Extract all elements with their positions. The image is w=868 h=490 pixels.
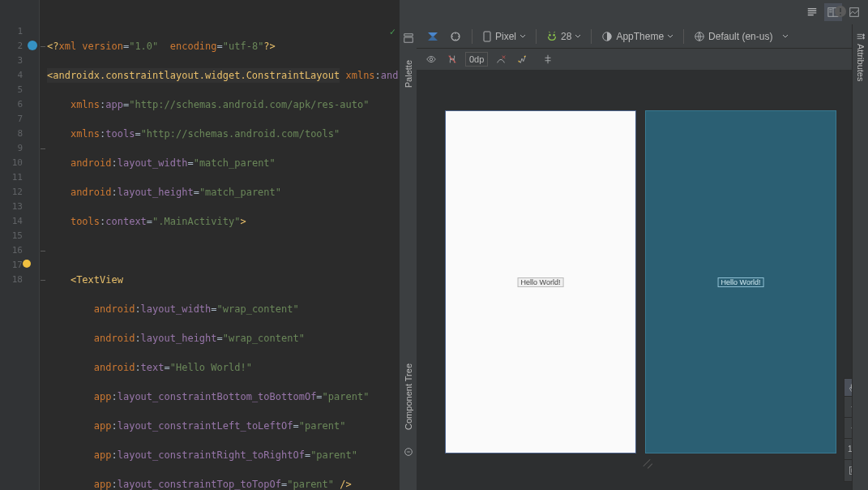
line-number: 14 bbox=[0, 214, 39, 229]
theme-dropdown[interactable]: AppTheme bbox=[598, 31, 677, 42]
line-number: 11 bbox=[0, 170, 39, 185]
svg-point-11 bbox=[430, 58, 433, 61]
attributes-toggle-icon[interactable] bbox=[855, 31, 866, 44]
palette-strip: Palette Component Tree bbox=[399, 0, 417, 490]
blueprint-preview[interactable]: Hello World! bbox=[645, 110, 836, 453]
gutter-mark-icon bbox=[28, 41, 37, 50]
svg-point-6 bbox=[553, 33, 555, 36]
xml-editor-pane: 1 2 3 4 5 6 7 8 9 10 11 12 13 14 15 16 1… bbox=[0, 0, 399, 490]
svg-point-12 bbox=[524, 56, 526, 58]
fold-toggle[interactable] bbox=[40, 39, 45, 54]
inspection-ok-icon: ✓ bbox=[390, 24, 396, 39]
locale-name: Default (en-us) bbox=[708, 31, 772, 42]
design-view-button[interactable] bbox=[845, 3, 863, 21]
fold-column bbox=[39, 0, 45, 490]
resize-handle-icon[interactable] bbox=[642, 458, 655, 471]
attributes-label[interactable]: Attributes bbox=[856, 44, 866, 81]
line-number: 15 bbox=[0, 229, 39, 243]
fold-toggle[interactable] bbox=[40, 273, 45, 287]
locale-dropdown[interactable]: Default (en-us) bbox=[691, 31, 792, 42]
line-number: 1 bbox=[0, 24, 39, 39]
blueprint-text[interactable]: Hello World! bbox=[718, 277, 764, 287]
line-number: 17 bbox=[0, 258, 39, 273]
warnings-icon[interactable] bbox=[834, 5, 847, 18]
design-config-toolbar: Pixel 28 AppTheme Default (en-us) bbox=[417, 24, 868, 49]
orientation-dropdown[interactable] bbox=[446, 27, 465, 46]
theme-name: AppTheme bbox=[616, 31, 664, 42]
line-number: 10 bbox=[0, 156, 39, 170]
component-tree-label[interactable]: Component Tree bbox=[404, 363, 413, 430]
code-view-button[interactable] bbox=[803, 3, 821, 21]
attributes-strip: Attributes bbox=[852, 24, 868, 490]
restore-palette-icon[interactable] bbox=[403, 32, 414, 44]
preview-text[interactable]: Hello World! bbox=[518, 277, 564, 287]
line-number: 7 bbox=[0, 112, 39, 127]
api-dropdown[interactable]: 28 bbox=[543, 31, 584, 42]
svg-point-16 bbox=[862, 34, 865, 37]
line-number: 18 bbox=[0, 273, 39, 287]
fold-toggle[interactable] bbox=[40, 243, 45, 258]
default-margin-value: 0dp bbox=[469, 54, 484, 64]
line-number: 5 bbox=[0, 83, 39, 97]
api-level: 28 bbox=[561, 31, 571, 42]
guidelines-dropdown[interactable] bbox=[540, 51, 556, 67]
default-margin-dropdown[interactable]: 0dp bbox=[465, 52, 488, 67]
toggle-autoconnect-button[interactable] bbox=[444, 51, 460, 67]
line-number: 13 bbox=[0, 200, 39, 214]
line-number: 16 bbox=[0, 243, 39, 258]
line-number: 4 bbox=[0, 68, 39, 83]
design-surface[interactable]: Hello World! Hello World! + − 1:1 bbox=[417, 70, 868, 490]
hide-window-icon[interactable] bbox=[403, 446, 414, 458]
line-number: 12 bbox=[0, 185, 39, 200]
line-number: 8 bbox=[0, 127, 39, 141]
svg-point-17 bbox=[862, 37, 865, 39]
intention-bulb-icon[interactable] bbox=[23, 260, 31, 268]
palette-label[interactable]: Palette bbox=[404, 60, 413, 88]
design-tools-toolbar: 0dp bbox=[417, 49, 868, 70]
svg-point-13 bbox=[519, 61, 520, 62]
infer-constraints-button[interactable] bbox=[514, 51, 530, 67]
view-options-dropdown[interactable] bbox=[423, 51, 439, 67]
line-number: 9 bbox=[0, 141, 39, 156]
code-area[interactable]: <?xml version="1.0" encoding="utf-8"?> <… bbox=[45, 0, 399, 490]
fold-toggle[interactable] bbox=[40, 141, 45, 156]
editor-mode-bar bbox=[417, 0, 868, 24]
svg-point-5 bbox=[549, 33, 551, 36]
clear-constraints-button[interactable] bbox=[493, 51, 509, 67]
svg-point-10 bbox=[840, 14, 841, 15]
svg-rect-4 bbox=[484, 32, 490, 41]
line-gutter: 1 2 3 4 5 6 7 8 9 10 11 12 13 14 15 16 1… bbox=[0, 0, 39, 490]
device-dropdown[interactable]: Pixel bbox=[479, 31, 529, 42]
design-pane: Pixel 28 AppTheme Default (en-us) bbox=[417, 0, 868, 490]
line-number: 6 bbox=[0, 97, 39, 112]
svg-rect-2 bbox=[850, 8, 859, 17]
design-surface-dropdown[interactable] bbox=[423, 27, 443, 46]
line-number: 3 bbox=[0, 54, 39, 68]
device-name: Pixel bbox=[495, 31, 516, 42]
line-number: 2 bbox=[0, 39, 39, 54]
design-preview[interactable]: Hello World! bbox=[445, 110, 636, 453]
